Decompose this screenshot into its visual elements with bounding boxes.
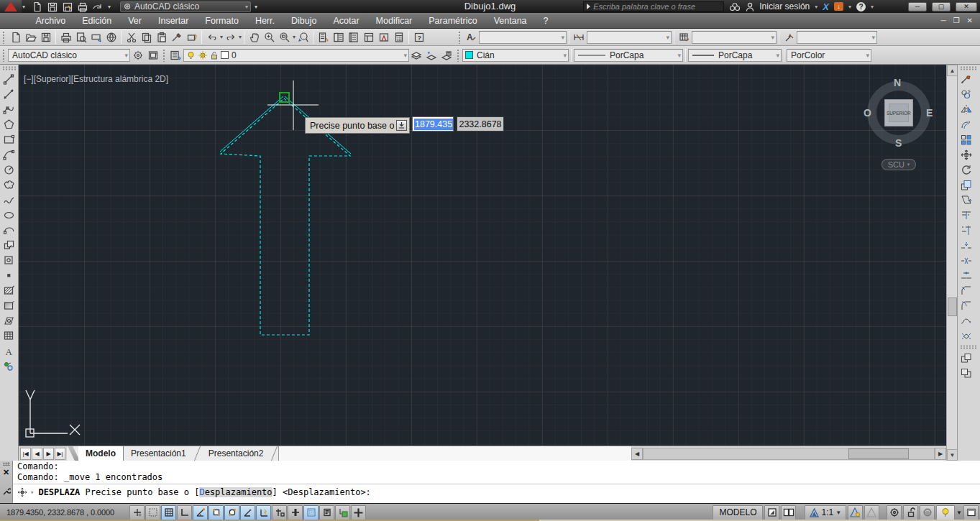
workspace-settings-button[interactable] (130, 48, 145, 63)
status-lightbulb-button[interactable] (936, 505, 955, 520)
vscroll-thumb[interactable] (948, 298, 957, 316)
toolbar-grip[interactable] (458, 31, 462, 44)
tab-presentacion1[interactable]: Presentación1 (124, 446, 193, 461)
toolbar-grip[interactable] (457, 49, 460, 62)
save-button[interactable] (38, 30, 53, 45)
grid-toggle[interactable] (161, 505, 176, 520)
ortho-toggle[interactable] (177, 505, 192, 520)
app-menu-button[interactable] (0, 0, 22, 13)
mleaderstyle-button[interactable] (782, 30, 797, 45)
rectangle-button[interactable] (0, 132, 17, 147)
polygon-button[interactable] (0, 117, 17, 132)
hscroll-left-button[interactable]: ◀ (631, 448, 643, 460)
isolate-objects-button[interactable] (920, 505, 935, 520)
blockeditor-button[interactable] (184, 30, 199, 45)
offset-button[interactable] (958, 117, 975, 132)
menu-modificar[interactable]: Modificar (367, 13, 421, 29)
osnap-toggle[interactable] (209, 505, 224, 520)
menu-acotar[interactable]: Acotar (325, 13, 367, 29)
properties-button[interactable] (316, 30, 331, 45)
lineweight-toggle[interactable] (288, 505, 303, 520)
undo-button[interactable] (204, 30, 219, 45)
qat-redo-icon[interactable] (92, 1, 103, 12)
hscroll-thumb[interactable] (848, 448, 909, 459)
layer-combo[interactable]: 0 ▾ (183, 49, 409, 62)
erase-button[interactable] (958, 72, 975, 87)
3ddwf-button[interactable] (104, 30, 119, 45)
dimstyle-combo[interactable]: ▾ (587, 31, 672, 44)
stretch-button[interactable] (958, 193, 975, 208)
help-button[interactable]: ? (411, 30, 426, 45)
viewcube-south[interactable]: S (895, 137, 902, 149)
redo-caret-icon[interactable]: ▾ (239, 34, 242, 40)
restore-button[interactable]: ▢ (932, 2, 951, 11)
snap-toggle[interactable] (145, 505, 160, 520)
toolbar-grip[interactable] (162, 49, 166, 62)
revision-cloud-button[interactable] (0, 177, 17, 193)
matchprop-button[interactable] (169, 30, 184, 45)
new-button[interactable] (8, 30, 23, 45)
make-block-button[interactable] (0, 253, 17, 268)
menu-archivo[interactable]: Archivo (27, 13, 74, 29)
selection-cycling-toggle[interactable] (335, 505, 350, 520)
layer-states-button[interactable] (409, 48, 424, 63)
ellipse-button[interactable] (0, 208, 17, 223)
otrack-toggle[interactable] (240, 505, 255, 520)
break-at-point-button[interactable] (958, 238, 975, 253)
gradient-button[interactable] (0, 298, 17, 313)
toolbar-grip[interactable] (2, 66, 16, 70)
viewcube-north[interactable]: N (894, 77, 901, 88)
textstyle-button[interactable]: A (464, 30, 479, 45)
toolbar-grip[interactable] (2, 49, 6, 62)
layer-freeze-icon[interactable] (198, 50, 208, 60)
drawing-canvas[interactable]: [−][Superior][Estructura alámbrica 2D] P… (19, 65, 946, 446)
extend-button[interactable] (958, 223, 975, 238)
trim-button[interactable] (958, 208, 975, 223)
zoom-window-button[interactable] (277, 30, 292, 45)
color-combo[interactable]: Cián ▾ (462, 49, 569, 62)
qat-more-icon[interactable]: ▾ (255, 4, 257, 10)
join-button[interactable] (958, 268, 975, 283)
dynamic-input-options-button[interactable] (396, 120, 407, 131)
layer-isolate-button[interactable] (439, 48, 454, 63)
layer-on-icon[interactable] (186, 50, 196, 60)
markup-button[interactable] (376, 30, 391, 45)
exchange-caret-icon[interactable]: ▾ (848, 4, 851, 10)
clean-screen-button[interactable] (963, 505, 979, 520)
layer-previous-button[interactable] (424, 48, 439, 63)
polar-toggle[interactable] (193, 505, 208, 520)
redo-button[interactable] (223, 30, 238, 45)
plot-preview-button[interactable] (73, 30, 88, 45)
dynamic-input-y-field[interactable]: 2332.8678 (457, 116, 504, 132)
tab-last-button[interactable]: ▶| (55, 448, 65, 460)
quickprop-toggle[interactable] (319, 505, 334, 520)
sheetset-button[interactable] (361, 30, 376, 45)
transparency-toggle[interactable] (303, 505, 319, 520)
plotstyle-combo[interactable]: PorColor ▾ (787, 49, 871, 62)
menu-ver[interactable]: Ver (120, 13, 150, 29)
command-close-icon[interactable]: ✕ (3, 468, 9, 477)
workspace-select[interactable]: AutoCAD clásico ▾ (120, 1, 251, 12)
doc-minimize-icon[interactable]: ─ (941, 17, 946, 24)
vscroll-down-button[interactable]: ▼ (947, 449, 958, 461)
close-button[interactable]: ✕ (956, 2, 977, 11)
annotation-scale-button[interactable]: 1:1 ▼ (805, 505, 846, 520)
menu-ayuda[interactable]: ? (535, 13, 557, 29)
insert-block-button[interactable] (0, 238, 17, 253)
qat-save-icon[interactable] (47, 1, 58, 12)
doc-restore-icon[interactable]: ❐ (953, 17, 960, 24)
annotation-monitor-toggle[interactable] (351, 505, 366, 520)
help-search-input[interactable]: Escriba palabra clave o frase (583, 1, 724, 11)
designcenter-button[interactable] (331, 30, 346, 45)
help-caret-icon[interactable]: ▾ (871, 4, 874, 10)
pan-button[interactable] (247, 30, 262, 45)
scale-button[interactable] (958, 177, 975, 193)
vscroll-up-button[interactable]: ▲ (947, 65, 958, 76)
zoom-realtime-button[interactable] (262, 30, 277, 45)
zoom-previous-button[interactable] (296, 30, 311, 45)
status-menu-caret-icon[interactable]: ▼ (956, 510, 962, 516)
modelo-button[interactable]: MODELO (713, 505, 763, 520)
tablestyle-button[interactable] (677, 30, 692, 45)
menu-herr[interactable]: Herr. (247, 13, 283, 29)
command-grip[interactable] (3, 462, 10, 466)
